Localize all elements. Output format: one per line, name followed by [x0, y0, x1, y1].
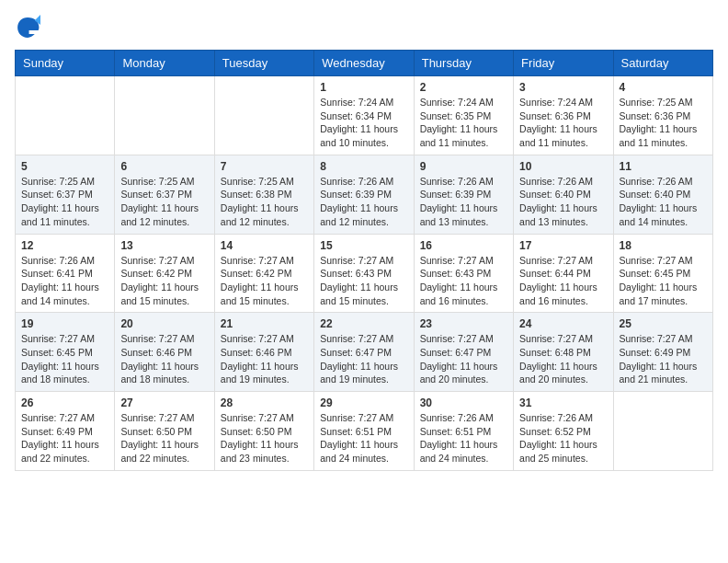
calendar-table: SundayMondayTuesdayWednesdayThursdayFrid…: [15, 50, 713, 471]
day-number: 28: [221, 396, 308, 409]
page-header: [15, 15, 713, 40]
day-info: Sunrise: 7:26 AM Sunset: 6:39 PM Dayligh…: [320, 175, 407, 229]
logo-icon: [15, 15, 40, 40]
calendar-cell: 15Sunrise: 7:27 AM Sunset: 6:43 PM Dayli…: [314, 234, 414, 313]
day-of-week-header: Sunday: [16, 51, 115, 76]
calendar-cell: 29Sunrise: 7:27 AM Sunset: 6:51 PM Dayli…: [314, 392, 414, 471]
day-of-week-header: Thursday: [414, 51, 513, 76]
day-number: 23: [420, 317, 507, 330]
day-number: 10: [519, 160, 607, 173]
day-number: 26: [21, 396, 108, 409]
day-number: 4: [620, 81, 707, 94]
calendar-cell: [214, 76, 313, 155]
calendar-week-row: 12Sunrise: 7:26 AM Sunset: 6:41 PM Dayli…: [16, 234, 713, 313]
calendar-cell: 17Sunrise: 7:27 AM Sunset: 6:44 PM Dayli…: [514, 234, 613, 313]
calendar-cell: 8Sunrise: 7:26 AM Sunset: 6:39 PM Daylig…: [314, 155, 414, 234]
calendar-cell: 12Sunrise: 7:26 AM Sunset: 6:41 PM Dayli…: [16, 234, 115, 313]
day-info: Sunrise: 7:26 AM Sunset: 6:39 PM Dayligh…: [420, 175, 507, 229]
calendar-cell: 13Sunrise: 7:27 AM Sunset: 6:42 PM Dayli…: [115, 234, 214, 313]
calendar-cell: [613, 392, 712, 471]
day-info: Sunrise: 7:27 AM Sunset: 6:43 PM Dayligh…: [320, 254, 407, 308]
calendar-cell: 30Sunrise: 7:26 AM Sunset: 6:51 PM Dayli…: [414, 392, 513, 471]
day-info: Sunrise: 7:26 AM Sunset: 6:40 PM Dayligh…: [620, 175, 707, 229]
day-number: 13: [120, 239, 208, 252]
day-number: 22: [320, 317, 407, 330]
calendar-week-row: 19Sunrise: 7:27 AM Sunset: 6:45 PM Dayli…: [16, 313, 713, 392]
calendar-cell: 21Sunrise: 7:27 AM Sunset: 6:46 PM Dayli…: [214, 313, 313, 392]
calendar-cell: 19Sunrise: 7:27 AM Sunset: 6:45 PM Dayli…: [16, 313, 115, 392]
day-number: 31: [519, 396, 607, 409]
day-info: Sunrise: 7:27 AM Sunset: 6:49 PM Dayligh…: [21, 411, 108, 465]
calendar-cell: [16, 76, 115, 155]
day-info: Sunrise: 7:24 AM Sunset: 6:34 PM Dayligh…: [320, 96, 407, 150]
day-number: 16: [420, 239, 507, 252]
day-info: Sunrise: 7:27 AM Sunset: 6:46 PM Dayligh…: [120, 332, 208, 386]
calendar-cell: 10Sunrise: 7:26 AM Sunset: 6:40 PM Dayli…: [514, 155, 613, 234]
calendar-cell: 14Sunrise: 7:27 AM Sunset: 6:42 PM Dayli…: [214, 234, 313, 313]
day-number: 2: [420, 81, 507, 94]
calendar-cell: 18Sunrise: 7:27 AM Sunset: 6:45 PM Dayli…: [613, 234, 712, 313]
calendar-cell: 1Sunrise: 7:24 AM Sunset: 6:34 PM Daylig…: [314, 76, 414, 155]
day-of-week-header: Friday: [514, 51, 613, 76]
day-info: Sunrise: 7:27 AM Sunset: 6:45 PM Dayligh…: [620, 254, 707, 308]
calendar-cell: 23Sunrise: 7:27 AM Sunset: 6:47 PM Dayli…: [414, 313, 513, 392]
calendar-cell: 31Sunrise: 7:26 AM Sunset: 6:52 PM Dayli…: [514, 392, 613, 471]
calendar-cell: 24Sunrise: 7:27 AM Sunset: 6:48 PM Dayli…: [514, 313, 613, 392]
day-number: 20: [120, 317, 208, 330]
calendar-cell: 7Sunrise: 7:25 AM Sunset: 6:38 PM Daylig…: [214, 155, 313, 234]
day-info: Sunrise: 7:27 AM Sunset: 6:51 PM Dayligh…: [320, 411, 407, 465]
calendar-cell: 25Sunrise: 7:27 AM Sunset: 6:49 PM Dayli…: [613, 313, 712, 392]
calendar-cell: 5Sunrise: 7:25 AM Sunset: 6:37 PM Daylig…: [16, 155, 115, 234]
calendar-cell: 9Sunrise: 7:26 AM Sunset: 6:39 PM Daylig…: [414, 155, 513, 234]
day-of-week-header: Saturday: [613, 51, 712, 76]
day-info: Sunrise: 7:27 AM Sunset: 6:44 PM Dayligh…: [519, 254, 607, 308]
day-info: Sunrise: 7:25 AM Sunset: 6:37 PM Dayligh…: [120, 175, 208, 229]
calendar-cell: 28Sunrise: 7:27 AM Sunset: 6:50 PM Dayli…: [214, 392, 313, 471]
calendar-cell: 20Sunrise: 7:27 AM Sunset: 6:46 PM Dayli…: [115, 313, 214, 392]
logo: [15, 15, 44, 40]
day-number: 12: [21, 239, 108, 252]
day-info: Sunrise: 7:27 AM Sunset: 6:45 PM Dayligh…: [21, 332, 108, 386]
day-info: Sunrise: 7:26 AM Sunset: 6:40 PM Dayligh…: [519, 175, 607, 229]
calendar-cell: 4Sunrise: 7:25 AM Sunset: 6:36 PM Daylig…: [613, 76, 712, 155]
day-info: Sunrise: 7:24 AM Sunset: 6:35 PM Dayligh…: [420, 96, 507, 150]
day-info: Sunrise: 7:27 AM Sunset: 6:47 PM Dayligh…: [320, 332, 407, 386]
day-number: 9: [420, 160, 507, 173]
day-of-week-header: Tuesday: [214, 51, 313, 76]
day-number: 3: [519, 81, 607, 94]
calendar-week-row: 26Sunrise: 7:27 AM Sunset: 6:49 PM Dayli…: [16, 392, 713, 471]
day-info: Sunrise: 7:27 AM Sunset: 6:50 PM Dayligh…: [221, 411, 308, 465]
day-info: Sunrise: 7:25 AM Sunset: 6:38 PM Dayligh…: [221, 175, 308, 229]
day-number: 27: [120, 396, 208, 409]
day-of-week-header: Wednesday: [314, 51, 414, 76]
calendar-cell: 26Sunrise: 7:27 AM Sunset: 6:49 PM Dayli…: [16, 392, 115, 471]
day-info: Sunrise: 7:27 AM Sunset: 6:47 PM Dayligh…: [420, 332, 507, 386]
day-info: Sunrise: 7:27 AM Sunset: 6:48 PM Dayligh…: [519, 332, 607, 386]
day-info: Sunrise: 7:26 AM Sunset: 6:52 PM Dayligh…: [519, 411, 607, 465]
day-info: Sunrise: 7:27 AM Sunset: 6:49 PM Dayligh…: [620, 332, 707, 386]
day-number: 19: [21, 317, 108, 330]
calendar-cell: 11Sunrise: 7:26 AM Sunset: 6:40 PM Dayli…: [613, 155, 712, 234]
day-info: Sunrise: 7:27 AM Sunset: 6:42 PM Dayligh…: [120, 254, 208, 308]
day-number: 15: [320, 239, 407, 252]
day-info: Sunrise: 7:25 AM Sunset: 6:36 PM Dayligh…: [620, 96, 707, 150]
calendar-cell: 22Sunrise: 7:27 AM Sunset: 6:47 PM Dayli…: [314, 313, 414, 392]
day-number: 17: [519, 239, 607, 252]
day-number: 21: [221, 317, 308, 330]
day-number: 25: [620, 317, 707, 330]
day-info: Sunrise: 7:27 AM Sunset: 6:50 PM Dayligh…: [120, 411, 208, 465]
day-number: 7: [221, 160, 308, 173]
calendar-cell: [115, 76, 214, 155]
day-number: 1: [320, 81, 407, 94]
day-number: 29: [320, 396, 407, 409]
day-info: Sunrise: 7:27 AM Sunset: 6:46 PM Dayligh…: [221, 332, 308, 386]
calendar-cell: 3Sunrise: 7:24 AM Sunset: 6:36 PM Daylig…: [514, 76, 613, 155]
day-info: Sunrise: 7:26 AM Sunset: 6:51 PM Dayligh…: [420, 411, 507, 465]
day-number: 14: [221, 239, 308, 252]
day-info: Sunrise: 7:25 AM Sunset: 6:37 PM Dayligh…: [21, 175, 108, 229]
day-of-week-header: Monday: [115, 51, 214, 76]
day-number: 6: [120, 160, 208, 173]
day-info: Sunrise: 7:27 AM Sunset: 6:42 PM Dayligh…: [221, 254, 308, 308]
calendar-cell: 2Sunrise: 7:24 AM Sunset: 6:35 PM Daylig…: [414, 76, 513, 155]
day-number: 5: [21, 160, 108, 173]
